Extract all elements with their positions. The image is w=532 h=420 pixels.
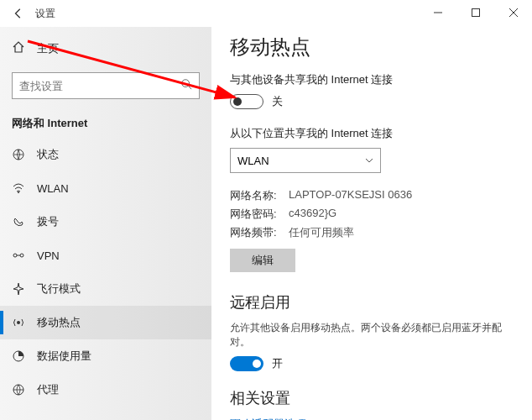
remote-state: 开 — [272, 356, 283, 371]
nav-label: 数据使用量 — [37, 349, 91, 364]
nav-label: 飞行模式 — [37, 281, 81, 297]
svg-point-9 — [20, 254, 23, 257]
select-value: WLAN — [237, 155, 269, 167]
nav-label: 代理 — [37, 382, 59, 397]
share-toggle[interactable]: 关 — [230, 94, 514, 109]
content-pane: 移动热点 与其他设备共享我的 Internet 连接 关 从以下位置共享我的 I… — [211, 27, 532, 420]
status-icon — [12, 148, 25, 161]
info-network-band: 网络频带: 任何可用频率 — [230, 225, 514, 240]
vpn-icon — [12, 249, 25, 262]
info-network-password: 网络密码: c43692}G — [230, 207, 514, 222]
remote-title: 远程启用 — [230, 292, 514, 312]
data-usage-icon — [12, 349, 25, 363]
sidebar: 主页 网络和 Internet 状态 WLAN 拨号 VPN 飞行模式 — [0, 27, 211, 420]
category-header: 网络和 Internet — [0, 109, 211, 138]
dialup-icon — [12, 215, 25, 228]
nav-label: 移动热点 — [37, 315, 81, 330]
nav-label: 拨号 — [37, 214, 59, 229]
airplane-icon — [12, 282, 25, 296]
nav-dialup[interactable]: 拨号 — [0, 205, 211, 239]
related-title: 相关设置 — [230, 388, 514, 408]
search-input[interactable] — [19, 80, 180, 92]
nav-airplane[interactable]: 飞行模式 — [0, 272, 211, 306]
window-title: 设置 — [35, 7, 55, 21]
toggle-off-track — [230, 94, 263, 109]
share-from-label: 从以下位置共享我的 Internet 连接 — [230, 126, 514, 141]
search-icon — [180, 78, 192, 93]
svg-point-7 — [18, 192, 19, 193]
svg-point-8 — [13, 254, 17, 257]
share-from-select[interactable]: WLAN — [230, 148, 381, 173]
nav-hotspot[interactable]: 移动热点 — [0, 306, 211, 339]
home-label: 主页 — [37, 41, 59, 56]
close-button[interactable] — [494, 0, 532, 25]
svg-point-11 — [17, 321, 20, 324]
remote-desc: 允许其他设备启用移动热点。两个设备必须都已启用蓝牙并配对。 — [230, 321, 514, 349]
chevron-down-icon — [365, 155, 373, 167]
nav-wlan[interactable]: WLAN — [0, 171, 211, 205]
remote-toggle[interactable]: 开 — [230, 356, 514, 371]
svg-point-4 — [182, 80, 190, 87]
info-network-name: 网络名称: LAPTOP-07KSEJSI 0636 — [230, 188, 514, 203]
nav-vpn[interactable]: VPN — [0, 239, 211, 272]
search-box[interactable] — [12, 72, 200, 99]
share-label: 与其他设备共享我的 Internet 连接 — [230, 72, 514, 87]
nav-data-usage[interactable]: 数据使用量 — [0, 339, 211, 373]
svg-rect-1 — [472, 9, 479, 17]
proxy-icon — [12, 383, 25, 396]
edit-button[interactable]: 编辑 — [230, 249, 295, 272]
toggle-on-track — [230, 356, 263, 371]
adapter-options-link[interactable]: 更改适配器选项 — [230, 417, 514, 420]
nav-label: 状态 — [37, 147, 59, 162]
minimize-button[interactable] — [419, 0, 456, 25]
home-icon — [12, 40, 25, 57]
nav-status[interactable]: 状态 — [0, 138, 211, 171]
maximize-button[interactable] — [456, 0, 494, 25]
nav-proxy[interactable]: 代理 — [0, 373, 211, 407]
back-button[interactable] — [10, 5, 27, 22]
nav-label: WLAN — [37, 182, 69, 195]
hotspot-icon — [12, 316, 25, 329]
nav-label: VPN — [37, 249, 60, 262]
wifi-icon — [12, 181, 25, 195]
svg-line-5 — [189, 87, 192, 90]
share-state: 关 — [272, 94, 283, 109]
home-nav[interactable]: 主页 — [0, 34, 211, 64]
page-title: 移动热点 — [230, 34, 514, 60]
